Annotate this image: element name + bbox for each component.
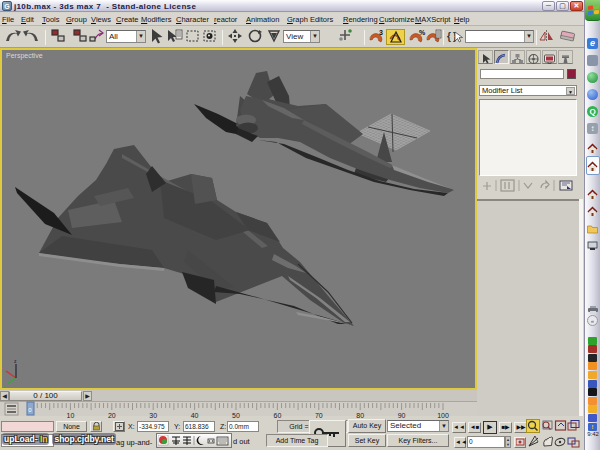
svg-text:x: x bbox=[2, 365, 3, 371]
svg-text:z: z bbox=[14, 358, 17, 364]
svg-text:y: y bbox=[3, 384, 6, 388]
svg-text:%: % bbox=[419, 29, 426, 36]
svg-text:3: 3 bbox=[379, 29, 383, 36]
svg-text:10: 10 bbox=[67, 412, 75, 419]
svg-text:30: 30 bbox=[149, 412, 157, 419]
svg-text:100: 100 bbox=[437, 412, 449, 419]
svg-text:20: 20 bbox=[108, 412, 116, 419]
svg-text:50: 50 bbox=[232, 412, 240, 419]
svg-text:80: 80 bbox=[356, 412, 364, 419]
svg-text:60: 60 bbox=[274, 412, 282, 419]
svg-text:40: 40 bbox=[191, 412, 199, 419]
svg-text:90: 90 bbox=[398, 412, 406, 419]
svg-text:70: 70 bbox=[315, 412, 323, 419]
